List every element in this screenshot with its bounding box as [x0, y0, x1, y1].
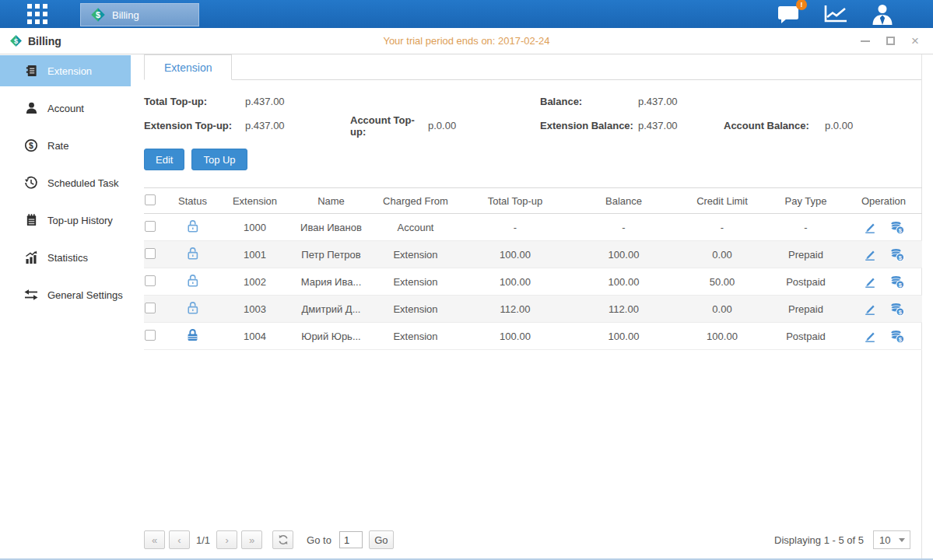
- extensions-table: Status Extension Name Charged From Total…: [144, 187, 922, 350]
- pay-type-cell: Prepaid: [766, 241, 845, 268]
- maximize-button[interactable]: [885, 36, 896, 47]
- summary-label: Balance:: [540, 96, 638, 107]
- reports-chart-icon[interactable]: [823, 4, 849, 24]
- extension-cell: 1001: [218, 241, 292, 268]
- go-button[interactable]: Go: [369, 530, 394, 549]
- top-up-coins-icon: $: [889, 247, 905, 262]
- name-cell: Иван Иванов: [292, 214, 370, 241]
- select-all-checkbox[interactable]: [145, 194, 156, 205]
- close-button[interactable]: ×: [910, 36, 921, 47]
- status-cell: [167, 268, 218, 296]
- top-up-extension-button[interactable]: $: [889, 302, 905, 317]
- unlocked-icon: [185, 219, 200, 233]
- svg-text:$: $: [29, 141, 33, 150]
- top-up-coins-icon: $: [889, 302, 905, 317]
- svg-text:$: $: [96, 10, 100, 19]
- table-row: 1003Дмитрий Д...Extension112.00112.000.0…: [144, 296, 922, 323]
- refresh-button[interactable]: [272, 530, 293, 549]
- total-topup-cell: -: [461, 214, 570, 241]
- operation-cell: $: [845, 323, 922, 350]
- edit-pencil-icon: [863, 275, 877, 289]
- edit-extension-button[interactable]: [863, 220, 877, 234]
- column-header-status: Status: [167, 188, 218, 214]
- window-title: Billing: [28, 35, 61, 47]
- summary-section: Total Top-up: p.437.00 Balance: p.437.00…: [144, 89, 910, 138]
- extension-cell: 1003: [218, 296, 292, 323]
- edit-button[interactable]: Edit: [144, 149, 184, 170]
- sidebar-item-scheduled-task[interactable]: Scheduled Task: [0, 167, 131, 198]
- total-topup-cell: 112.00: [461, 296, 570, 323]
- top-up-extension-button[interactable]: $: [889, 247, 905, 262]
- top-up-button[interactable]: Top Up: [191, 149, 247, 170]
- operation-cell: $: [845, 296, 922, 323]
- pagination-bar: « ‹ 1/1 › » Go to Go Displaying: [144, 530, 910, 549]
- next-page-button[interactable]: ›: [216, 530, 237, 549]
- content-panel: Extension Total Top-up: p.437.00 Balance…: [131, 54, 922, 558]
- sidebar-item-label: Top-up History: [47, 215, 113, 226]
- edit-extension-button[interactable]: [863, 275, 877, 289]
- svg-text:$: $: [14, 37, 18, 45]
- charged-from-cell: Extension: [370, 241, 461, 268]
- column-header-operation: Operation: [845, 188, 922, 214]
- status-cell: [167, 214, 218, 241]
- name-cell: Юрий Юрь...: [292, 323, 370, 350]
- summary-label: Account Top-up:: [350, 114, 428, 138]
- tab-bar: Extension: [144, 54, 921, 80]
- dollar-circle-icon: $: [23, 138, 39, 152]
- sidebar-item-extension[interactable]: Extension: [0, 55, 131, 86]
- top-up-extension-button[interactable]: $: [889, 329, 905, 344]
- minimize-button[interactable]: [860, 36, 871, 47]
- table-row: 1002Мария Ива...Extension100.00100.0050.…: [144, 268, 922, 296]
- prev-page-button[interactable]: ‹: [169, 530, 190, 549]
- table-row: 1004Юрий Юрь...Extension100.00100.00100.…: [144, 323, 922, 350]
- summary-value: p.437.00: [638, 120, 724, 131]
- name-cell: Мария Ива...: [292, 268, 370, 296]
- sidebar-item-rate[interactable]: $ Rate: [0, 130, 131, 161]
- refresh-icon: [278, 534, 289, 545]
- notification-badge: !: [796, 0, 807, 10]
- pay-type-cell: Postpaid: [766, 323, 845, 350]
- user-account-icon[interactable]: [871, 4, 894, 25]
- messages-icon[interactable]: !: [777, 4, 801, 24]
- top-up-coins-icon: $: [889, 220, 905, 235]
- top-up-extension-button[interactable]: $: [889, 220, 905, 235]
- edit-extension-button[interactable]: [863, 329, 877, 343]
- top-up-extension-button[interactable]: $: [889, 275, 905, 289]
- sidebar-item-account[interactable]: Account: [0, 93, 131, 124]
- name-cell: Дмитрий Д...: [292, 296, 370, 323]
- tab-extension[interactable]: Extension: [144, 54, 232, 80]
- edit-extension-button[interactable]: [863, 302, 877, 316]
- sidebar-item-statistics[interactable]: Statistics: [0, 242, 131, 273]
- balance-cell: 112.00: [570, 296, 678, 323]
- goto-label: Go to: [307, 534, 331, 546]
- row-checkbox[interactable]: [145, 303, 156, 313]
- row-checkbox[interactable]: [145, 221, 156, 232]
- tab-label: Extension: [164, 61, 212, 74]
- column-header-credit-limit: Credit Limit: [678, 188, 766, 214]
- bar-chart-icon: [23, 250, 39, 264]
- status-cell: [167, 296, 218, 323]
- summary-label: Extension Balance:: [540, 120, 638, 131]
- app-grid-icon[interactable]: [27, 4, 47, 24]
- extension-cell: 1000: [218, 214, 292, 241]
- unlocked-icon: [185, 300, 200, 315]
- row-checkbox[interactable]: [145, 275, 156, 286]
- name-cell: Петр Петров: [292, 241, 370, 268]
- first-page-button[interactable]: «: [144, 530, 165, 549]
- edit-extension-button[interactable]: [863, 247, 877, 261]
- sidebar-item-general-settings[interactable]: General Settings: [0, 279, 131, 310]
- last-page-button[interactable]: »: [241, 530, 262, 549]
- row-checkbox[interactable]: [145, 248, 156, 259]
- trial-notice: Your trial period ends on: 2017-02-24: [0, 35, 933, 47]
- edit-pencil-icon: [863, 247, 877, 261]
- column-header-pay-type: Pay Type: [766, 188, 845, 214]
- goto-page-input[interactable]: [339, 531, 363, 548]
- chevron-down-icon: [899, 538, 905, 542]
- taskbar-tab-billing[interactable]: $ Billing: [80, 3, 199, 26]
- pay-type-cell: -: [766, 214, 845, 241]
- column-header-extension: Extension: [218, 188, 292, 214]
- page-size-select[interactable]: 10: [873, 530, 910, 549]
- row-checkbox[interactable]: [145, 330, 156, 341]
- sidebar-item-topup-history[interactable]: Top-up History: [0, 205, 131, 236]
- column-header-name: Name: [292, 188, 370, 214]
